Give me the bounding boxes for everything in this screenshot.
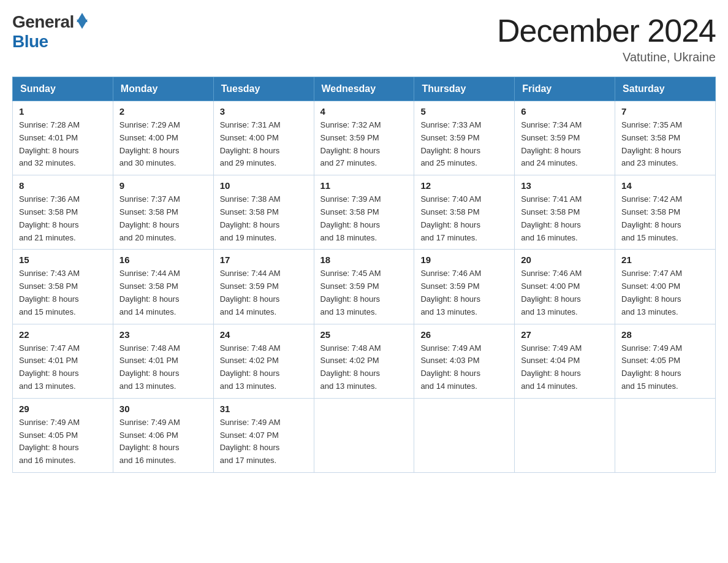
day-info: Sunrise: 7:31 AMSunset: 4:00 PMDaylight:…	[220, 119, 308, 170]
day-number: 27	[521, 329, 609, 340]
day-info: Sunrise: 7:44 AMSunset: 3:59 PMDaylight:…	[220, 267, 308, 318]
table-row: 15Sunrise: 7:43 AMSunset: 3:58 PMDayligh…	[13, 250, 113, 324]
table-row: 25Sunrise: 7:48 AMSunset: 4:02 PMDayligh…	[314, 324, 414, 398]
calendar-week-row: 22Sunrise: 7:47 AMSunset: 4:01 PMDayligh…	[13, 324, 716, 398]
day-info: Sunrise: 7:46 AMSunset: 4:00 PMDaylight:…	[521, 267, 609, 318]
day-info: Sunrise: 7:29 AMSunset: 4:00 PMDaylight:…	[119, 119, 207, 170]
page-header: General Blue December 2024 Vatutine, Ukr…	[12, 12, 716, 64]
header-sunday: Sunday	[13, 77, 113, 101]
day-info: Sunrise: 7:48 AMSunset: 4:02 PMDaylight:…	[220, 342, 308, 393]
table-row: 16Sunrise: 7:44 AMSunset: 3:58 PMDayligh…	[113, 250, 213, 324]
day-info: Sunrise: 7:49 AMSunset: 4:03 PMDaylight:…	[420, 342, 508, 393]
table-row: 26Sunrise: 7:49 AMSunset: 4:03 PMDayligh…	[414, 324, 515, 398]
day-info: Sunrise: 7:41 AMSunset: 3:58 PMDaylight:…	[521, 193, 609, 244]
day-number: 2	[119, 106, 207, 117]
day-info: Sunrise: 7:49 AMSunset: 4:04 PMDaylight:…	[521, 342, 609, 393]
day-number: 15	[19, 255, 107, 265]
table-row: 21Sunrise: 7:47 AMSunset: 4:00 PMDayligh…	[615, 250, 716, 324]
day-info: Sunrise: 7:49 AMSunset: 4:05 PMDaylight:…	[621, 342, 709, 393]
table-row: 28Sunrise: 7:49 AMSunset: 4:05 PMDayligh…	[615, 324, 716, 398]
calendar-table: Sunday Monday Tuesday Wednesday Thursday…	[12, 77, 716, 473]
header-saturday: Saturday	[615, 77, 716, 101]
table-row: 12Sunrise: 7:40 AMSunset: 3:58 PMDayligh…	[414, 175, 515, 250]
table-row: 6Sunrise: 7:34 AMSunset: 3:59 PMDaylight…	[515, 101, 615, 175]
table-row: 3Sunrise: 7:31 AMSunset: 4:00 PMDaylight…	[213, 101, 314, 175]
header-friday: Friday	[515, 77, 615, 101]
table-row: 24Sunrise: 7:48 AMSunset: 4:02 PMDayligh…	[213, 324, 314, 398]
day-number: 26	[420, 329, 508, 340]
day-number: 30	[119, 404, 207, 414]
day-number: 13	[521, 180, 609, 191]
table-row: 19Sunrise: 7:46 AMSunset: 3:59 PMDayligh…	[414, 250, 515, 324]
table-row: 27Sunrise: 7:49 AMSunset: 4:04 PMDayligh…	[515, 324, 615, 398]
day-number: 1	[19, 106, 107, 117]
location-subtitle: Vatutine, Ukraine	[497, 50, 716, 64]
table-row: 1Sunrise: 7:28 AMSunset: 4:01 PMDaylight…	[13, 101, 113, 175]
day-number: 7	[621, 106, 709, 117]
day-number: 4	[320, 106, 408, 117]
table-row	[615, 398, 716, 472]
header-tuesday: Tuesday	[213, 77, 314, 101]
table-row: 20Sunrise: 7:46 AMSunset: 4:00 PMDayligh…	[515, 250, 615, 324]
table-row: 11Sunrise: 7:39 AMSunset: 3:58 PMDayligh…	[314, 175, 414, 250]
day-info: Sunrise: 7:47 AMSunset: 4:00 PMDaylight:…	[621, 267, 709, 318]
day-info: Sunrise: 7:49 AMSunset: 4:06 PMDaylight:…	[119, 416, 207, 467]
day-info: Sunrise: 7:42 AMSunset: 3:58 PMDaylight:…	[621, 193, 709, 244]
day-info: Sunrise: 7:47 AMSunset: 4:01 PMDaylight:…	[19, 342, 107, 393]
table-row: 30Sunrise: 7:49 AMSunset: 4:06 PMDayligh…	[113, 398, 213, 472]
day-info: Sunrise: 7:48 AMSunset: 4:01 PMDaylight:…	[119, 342, 207, 393]
day-number: 20	[521, 255, 609, 265]
day-info: Sunrise: 7:49 AMSunset: 4:05 PMDaylight:…	[19, 416, 107, 467]
day-number: 5	[420, 106, 508, 117]
header-monday: Monday	[113, 77, 213, 101]
day-info: Sunrise: 7:43 AMSunset: 3:58 PMDaylight:…	[19, 267, 107, 318]
day-info: Sunrise: 7:28 AMSunset: 4:01 PMDaylight:…	[19, 119, 107, 170]
table-row: 4Sunrise: 7:32 AMSunset: 3:59 PMDaylight…	[314, 101, 414, 175]
calendar-week-row: 1Sunrise: 7:28 AMSunset: 4:01 PMDaylight…	[13, 101, 716, 175]
day-number: 18	[320, 255, 408, 265]
logo-blue-text: Blue	[12, 32, 48, 52]
calendar-week-row: 29Sunrise: 7:49 AMSunset: 4:05 PMDayligh…	[13, 398, 716, 472]
day-number: 9	[119, 180, 207, 191]
day-number: 16	[119, 255, 207, 265]
day-info: Sunrise: 7:35 AMSunset: 3:58 PMDaylight:…	[621, 119, 709, 170]
table-row: 17Sunrise: 7:44 AMSunset: 3:59 PMDayligh…	[213, 250, 314, 324]
day-info: Sunrise: 7:36 AMSunset: 3:58 PMDaylight:…	[19, 193, 107, 244]
day-number: 28	[621, 329, 709, 340]
day-number: 22	[19, 329, 107, 340]
day-number: 14	[621, 180, 709, 191]
table-row: 5Sunrise: 7:33 AMSunset: 3:59 PMDaylight…	[414, 101, 515, 175]
day-info: Sunrise: 7:45 AMSunset: 3:59 PMDaylight:…	[320, 267, 408, 318]
table-row: 23Sunrise: 7:48 AMSunset: 4:01 PMDayligh…	[113, 324, 213, 398]
day-number: 8	[19, 180, 107, 191]
title-block: December 2024 Vatutine, Ukraine	[497, 12, 716, 64]
day-info: Sunrise: 7:48 AMSunset: 4:02 PMDaylight:…	[320, 342, 408, 393]
day-info: Sunrise: 7:44 AMSunset: 3:58 PMDaylight:…	[119, 267, 207, 318]
table-row	[515, 398, 615, 472]
day-number: 10	[220, 180, 308, 191]
day-info: Sunrise: 7:37 AMSunset: 3:58 PMDaylight:…	[119, 193, 207, 244]
logo-general-text: General	[12, 12, 74, 32]
day-info: Sunrise: 7:32 AMSunset: 3:59 PMDaylight:…	[320, 119, 408, 170]
day-number: 6	[521, 106, 609, 117]
calendar-week-row: 15Sunrise: 7:43 AMSunset: 3:58 PMDayligh…	[13, 250, 716, 324]
calendar-week-row: 8Sunrise: 7:36 AMSunset: 3:58 PMDaylight…	[13, 175, 716, 250]
table-row: 9Sunrise: 7:37 AMSunset: 3:58 PMDaylight…	[113, 175, 213, 250]
table-row	[314, 398, 414, 472]
table-row: 7Sunrise: 7:35 AMSunset: 3:58 PMDaylight…	[615, 101, 716, 175]
day-info: Sunrise: 7:39 AMSunset: 3:58 PMDaylight:…	[320, 193, 408, 244]
day-number: 19	[420, 255, 508, 265]
table-row: 29Sunrise: 7:49 AMSunset: 4:05 PMDayligh…	[13, 398, 113, 472]
header-wednesday: Wednesday	[314, 77, 414, 101]
day-info: Sunrise: 7:34 AMSunset: 3:59 PMDaylight:…	[521, 119, 609, 170]
day-number: 17	[220, 255, 308, 265]
table-row	[414, 398, 515, 472]
day-number: 21	[621, 255, 709, 265]
table-row: 14Sunrise: 7:42 AMSunset: 3:58 PMDayligh…	[615, 175, 716, 250]
day-info: Sunrise: 7:40 AMSunset: 3:58 PMDaylight:…	[420, 193, 508, 244]
table-row: 2Sunrise: 7:29 AMSunset: 4:00 PMDaylight…	[113, 101, 213, 175]
month-year-title: December 2024	[497, 12, 716, 49]
day-number: 31	[220, 404, 308, 414]
day-number: 29	[19, 404, 107, 414]
logo: General Blue	[12, 12, 88, 52]
